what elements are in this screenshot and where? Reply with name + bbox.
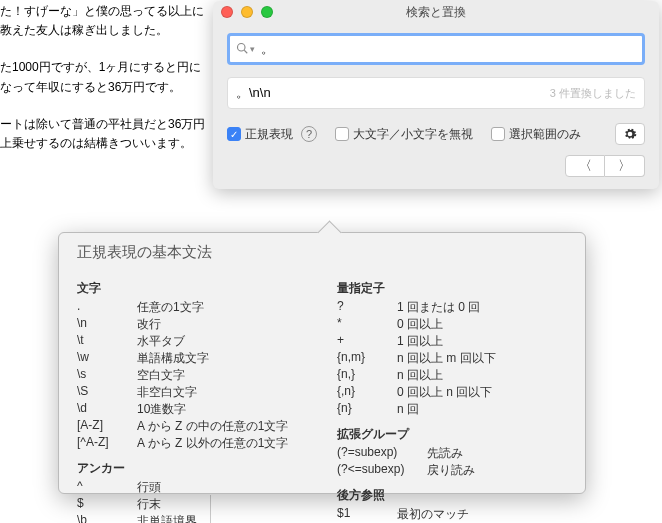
help-symbol: . [77,299,137,316]
help-row: \n改行 [77,316,307,333]
help-desc: 水平タブ [137,333,185,350]
selection-label: 選択範囲のみ [509,126,581,143]
help-desc: 改行 [137,316,161,333]
help-desc: 0 回以上 n 回以下 [397,384,492,401]
next-button[interactable]: 〉 [605,155,645,177]
help-symbol: ? [337,299,397,316]
help-row: ^行頭 [77,479,307,496]
replace-status: 3 件置換しました [550,86,636,101]
help-desc: 任意の1文字 [137,299,204,316]
search-icon [236,42,248,57]
search-input[interactable] [261,42,636,57]
help-desc: 空白文字 [137,367,185,384]
help-symbol: ^ [77,479,137,496]
help-row: *0 回以上 [337,316,567,333]
replace-field[interactable]: 3 件置換しました [227,77,645,109]
help-symbol: (?<=subexp) [337,462,427,479]
anchor-heading: アンカー [77,460,307,477]
help-symbol: {,n} [337,384,397,401]
ignorecase-checkbox[interactable]: 大文字／小文字を無視 [335,126,473,143]
help-row: {n}n 回 [337,401,567,418]
dialog-title: 検索と置換 [213,4,659,21]
help-desc: 0 回以上 [397,316,443,333]
background-document: た！すげーな」と僕の思ってる以上に教えた友人は稼ぎ出しました。 た1000円です… [0,2,210,171]
help-row: \S非空白文字 [77,384,307,401]
help-symbol: \d [77,401,137,418]
help-symbol: \t [77,333,137,350]
right-column: 量指定子 ?1 回または 0 回*0 回以上+1 回以上{n,m}n 回以上 m… [337,272,567,523]
help-symbol: \w [77,350,137,367]
quant-heading: 量指定子 [337,280,567,297]
help-symbol: + [337,333,397,350]
help-row: \t水平タブ [77,333,307,350]
help-row: [^A-Z]A から Z 以外の任意の1文字 [77,435,307,452]
help-symbol: * [337,316,397,333]
help-row: ?1 回または 0 回 [337,299,567,316]
help-row: {,n}0 回以上 n 回以下 [337,384,567,401]
help-desc: 行末 [137,496,161,513]
help-desc: n 回 [397,401,419,418]
gear-icon [623,127,637,141]
prev-button[interactable]: 〈 [565,155,605,177]
help-desc: 非空白文字 [137,384,197,401]
help-desc: 先読み [427,445,463,462]
bg-para: た1000円ですが、1ヶ月にすると円になって年収にすると36万円です。 [0,58,210,96]
regex-checkbox[interactable]: ✓正規表現 [227,126,293,143]
bg-para: た！すげーな」と僕の思ってる以上に教えた友人は稼ぎ出しました。 [0,2,210,40]
left-column: 文字 .任意の1文字\n改行\t水平タブ\w単語構成文字\s空白文字\S非空白文… [77,272,307,523]
help-row: (?=subexp)先読み [337,445,567,462]
help-row: \b非単語境界 [77,513,307,523]
svg-line-1 [244,50,247,53]
help-symbol: $ [77,496,137,513]
help-desc: 非単語境界 [137,513,197,523]
chevron-down-icon[interactable]: ▾ [250,44,255,54]
help-desc: 10進数字 [137,401,186,418]
help-symbol: (?=subexp) [337,445,427,462]
help-desc: 1 回または 0 回 [397,299,480,316]
help-symbol: {n,} [337,367,397,384]
help-desc: A から Z の中の任意の1文字 [137,418,288,435]
help-row: +1 回以上 [337,333,567,350]
help-row: $行末 [77,496,307,513]
back-heading: 後方参照 [337,487,567,504]
ignorecase-label: 大文字／小文字を無視 [353,126,473,143]
help-row: \w単語構成文字 [77,350,307,367]
ext-heading: 拡張グループ [337,426,567,443]
search-field[interactable]: ▾ [227,33,645,65]
help-symbol: \b [77,513,137,523]
help-desc: 単語構成文字 [137,350,209,367]
help-desc: n 回以上 [397,367,443,384]
help-symbol: \s [77,367,137,384]
find-replace-dialog: 検索と置換 ▾ 3 件置換しました ✓正規表現 ? 大文字／小文字を無視 選択範… [213,1,659,189]
help-desc: 1 回以上 [397,333,443,350]
bg-para: ートは除いて普通の平社員だと36万円上乗せするのは結構きついいます。 [0,115,210,153]
help-desc: 行頭 [137,479,161,496]
help-desc: 戻り読み [427,462,475,479]
help-row: (?<=subexp)戻り読み [337,462,567,479]
help-symbol: \n [77,316,137,333]
help-row: [A-Z]A から Z の中の任意の1文字 [77,418,307,435]
help-row: .任意の1文字 [77,299,307,316]
svg-point-0 [238,43,246,51]
replace-input[interactable] [236,86,550,101]
selection-checkbox[interactable]: 選択範囲のみ [491,126,581,143]
help-symbol: [^A-Z] [77,435,137,452]
help-icon[interactable]: ? [301,126,317,142]
chars-heading: 文字 [77,280,307,297]
help-symbol: {n,m} [337,350,397,367]
gear-button[interactable] [615,123,645,145]
regex-label: 正規表現 [245,126,293,143]
help-desc: n 回以上 m 回以下 [397,350,496,367]
help-row: \s空白文字 [77,367,307,384]
popover-title: 正規表現の基本文法 [77,243,567,262]
help-symbol: \S [77,384,137,401]
help-row: $1最初のマッチ [337,506,567,523]
help-row: {n,}n 回以上 [337,367,567,384]
help-symbol: $1 [337,506,397,523]
help-symbol: {n} [337,401,397,418]
regex-help-popover: 正規表現の基本文法 文字 .任意の1文字\n改行\t水平タブ\w単語構成文字\s… [58,232,586,494]
titlebar: 検索と置換 [213,1,659,23]
help-row: \d10進数字 [77,401,307,418]
help-symbol: [A-Z] [77,418,137,435]
help-row: {n,m}n 回以上 m 回以下 [337,350,567,367]
